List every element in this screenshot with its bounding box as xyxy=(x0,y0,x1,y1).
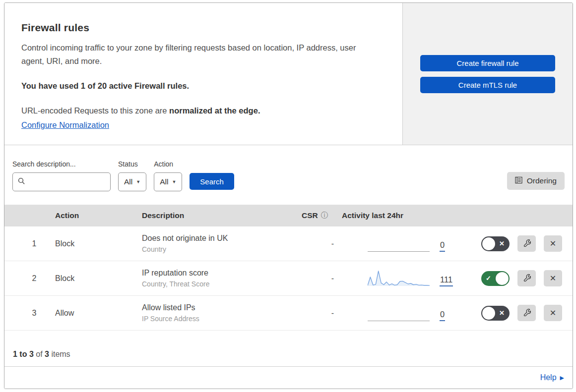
filter-bar: Search description... Status All ▼ Actio… xyxy=(4,145,573,205)
usage-notice: You have used 1 of 20 active Firewall ru… xyxy=(21,81,383,91)
rule-csr: - xyxy=(292,309,342,318)
activity-sparkline xyxy=(368,304,430,321)
toggle-state-icon: ✕ xyxy=(499,240,505,247)
activity-sparkline xyxy=(368,235,430,252)
rule-action: Allow xyxy=(55,309,142,318)
close-icon: ✕ xyxy=(550,275,556,282)
activity-count-link[interactable]: 111 xyxy=(440,276,453,287)
edit-rule-button[interactable] xyxy=(517,270,536,286)
help-section: Help ▶ xyxy=(4,367,573,389)
wrench-icon xyxy=(523,308,531,318)
toggle-knob xyxy=(482,237,495,250)
close-icon: ✕ xyxy=(550,240,556,248)
chevron-down-icon: ▼ xyxy=(172,179,176,184)
search-button[interactable]: Search xyxy=(190,173,234,190)
toggle-state-icon: ✓ xyxy=(486,275,491,281)
rule-activity-cell: 0 xyxy=(342,226,466,261)
table-row: 1 Block Does not originate in UK Country… xyxy=(4,226,573,261)
rule-fields: Country, Threat Score xyxy=(142,280,292,288)
header-csr: CSR ⓘ xyxy=(292,211,342,220)
rule-description-cell: Allow listed IPs IP Source Address xyxy=(142,303,292,323)
rule-enabled-toggle[interactable]: ✕ xyxy=(481,236,510,251)
status-label: Status xyxy=(118,160,146,168)
rule-controls: ✕ ✕ xyxy=(466,235,573,252)
rule-controls: ✕ ✕ xyxy=(466,305,573,321)
rule-description-cell: Does not originate in UK Country xyxy=(142,234,292,253)
rule-enabled-toggle[interactable]: ✕ xyxy=(481,306,510,321)
rule-activity-cell: 111 xyxy=(342,261,466,295)
intro-text-card: Firewall rules Control incoming traffic … xyxy=(4,3,403,145)
toggle-knob xyxy=(482,307,495,320)
status-dropdown[interactable]: All ▼ xyxy=(118,172,146,191)
rule-csr: - xyxy=(292,274,342,283)
search-input[interactable] xyxy=(12,172,111,191)
rule-action: Block xyxy=(55,274,142,283)
normalization-notice: URL-encoded Requests to this zone are no… xyxy=(21,104,383,117)
configure-normalization-link[interactable]: Configure Normalization xyxy=(21,120,109,130)
delete-rule-button[interactable]: ✕ xyxy=(544,270,562,286)
rule-description-cell: IP reputation score Country, Threat Scor… xyxy=(142,269,292,288)
delete-rule-button[interactable]: ✕ xyxy=(544,305,562,321)
activity-count-link[interactable]: 0 xyxy=(440,310,445,322)
create-mtls-rule-button[interactable]: Create mTLS rule xyxy=(420,77,555,93)
intro-section: Firewall rules Control incoming traffic … xyxy=(4,3,573,145)
rule-priority: 2 xyxy=(4,274,55,283)
page-description: Control incoming traffic to your zone by… xyxy=(21,41,372,68)
info-icon[interactable]: ⓘ xyxy=(321,211,328,220)
header-description: Description xyxy=(142,211,292,220)
table-row: 3 Allow Allow listed IPs IP Source Addre… xyxy=(4,296,573,331)
action-dropdown[interactable]: All ▼ xyxy=(154,172,182,191)
rule-description: Does not originate in UK xyxy=(142,234,292,243)
search-icon xyxy=(18,177,25,187)
help-arrow-icon: ▶ xyxy=(560,375,564,381)
page-title: Firewall rules xyxy=(21,22,383,34)
toggle-state-icon: ✕ xyxy=(499,310,505,316)
rule-description: IP reputation score xyxy=(142,269,292,278)
create-firewall-rule-button[interactable]: Create firewall rule xyxy=(420,55,555,71)
header-activity: Activity last 24hr xyxy=(342,211,466,220)
search-text-field[interactable] xyxy=(29,178,105,186)
rule-priority: 3 xyxy=(4,309,55,318)
wrench-icon xyxy=(523,274,531,283)
edit-rule-button[interactable] xyxy=(517,235,536,252)
rule-activity-cell: 0 xyxy=(342,296,466,330)
table-header: Action Description CSR ⓘ Activity last 2… xyxy=(4,205,573,226)
pagination-status: 1 to 3 of 3 items xyxy=(4,331,573,367)
status-filter-group: Status All ▼ xyxy=(118,160,146,191)
rule-priority: 1 xyxy=(4,239,55,248)
action-label: Action xyxy=(154,160,182,168)
rule-description: Allow listed IPs xyxy=(142,303,292,312)
rule-fields: Country xyxy=(142,245,292,253)
actions-panel: Create firewall rule Create mTLS rule xyxy=(403,3,573,145)
rule-action: Block xyxy=(55,239,142,248)
help-link[interactable]: Help ▶ xyxy=(540,373,564,382)
ordering-list-icon xyxy=(515,176,522,186)
rule-enabled-toggle[interactable]: ✓ xyxy=(481,271,510,286)
rule-csr: - xyxy=(292,239,342,248)
activity-sparkline xyxy=(368,270,430,286)
action-filter-group: Action All ▼ xyxy=(154,160,182,191)
edit-rule-button[interactable] xyxy=(517,305,536,321)
firewall-rules-panel: Firewall rules Control incoming traffic … xyxy=(4,2,573,389)
rule-fields: IP Source Address xyxy=(142,315,292,323)
table-row: 2 Block IP reputation score Country, Thr… xyxy=(4,261,573,296)
activity-count-link[interactable]: 0 xyxy=(440,241,445,252)
search-group: Search description... xyxy=(12,160,111,191)
search-label: Search description... xyxy=(12,160,111,168)
ordering-button[interactable]: Ordering xyxy=(507,172,565,190)
chevron-down-icon: ▼ xyxy=(136,179,140,184)
rule-controls: ✓ ✕ xyxy=(466,270,573,286)
delete-rule-button[interactable]: ✕ xyxy=(544,235,562,252)
wrench-icon xyxy=(523,239,531,248)
close-icon: ✕ xyxy=(550,309,556,317)
header-action: Action xyxy=(55,211,142,220)
toggle-knob xyxy=(496,272,509,285)
